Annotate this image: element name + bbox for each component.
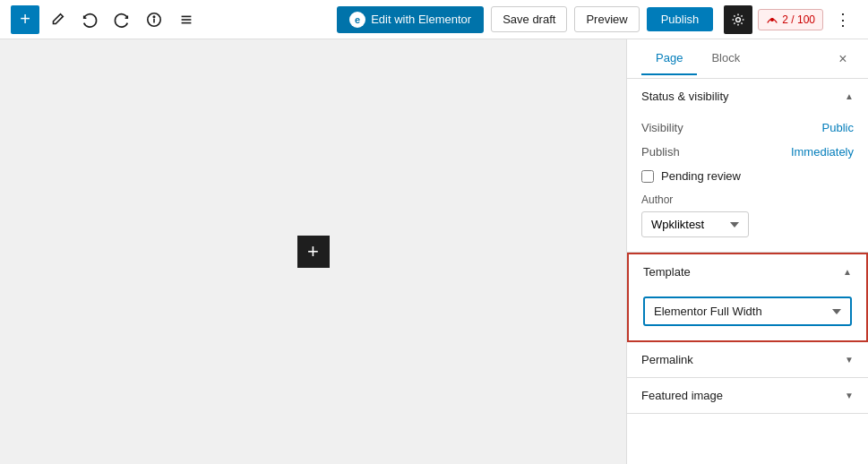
visibility-label: Visibility xyxy=(641,121,683,134)
status-visibility-body: Visibility Public Publish Immediately Pe… xyxy=(627,114,868,252)
tab-block[interactable]: Block xyxy=(697,42,754,75)
section-featured-image: Featured image ▼ xyxy=(627,378,868,414)
featured-image-chevron-down: ▼ xyxy=(845,391,854,400)
save-draft-button[interactable]: Save draft xyxy=(491,6,567,32)
author-label: Author xyxy=(641,193,854,206)
canvas: + xyxy=(0,39,626,464)
template-select-wrap: Default Elementor Canvas Elementor Full … xyxy=(629,289,866,340)
template-select[interactable]: Default Elementor Canvas Elementor Full … xyxy=(643,296,852,326)
sidebar-content: Status & visibility ▲ Visibility Public … xyxy=(627,79,868,464)
section-template: Template ▲ Default Elementor Canvas Elem… xyxy=(627,253,868,342)
more-options-button[interactable]: ⋮ xyxy=(829,5,857,34)
svg-point-6 xyxy=(736,17,741,21)
status-visibility-header[interactable]: Status & visibility ▲ xyxy=(627,79,868,114)
svg-point-7 xyxy=(771,18,774,21)
pencil-icon xyxy=(49,12,65,28)
svg-point-2 xyxy=(153,16,154,17)
publish-label: Publish xyxy=(641,145,680,159)
canvas-add-block-button[interactable]: + xyxy=(297,236,330,268)
readability-button[interactable]: 2 / 100 xyxy=(758,9,823,30)
template-title: Template xyxy=(643,265,691,279)
permalink-title: Permalink xyxy=(641,353,693,366)
featured-image-title: Featured image xyxy=(641,389,723,402)
preview-button[interactable]: Preview xyxy=(574,6,639,32)
publish-value[interactable]: Immediately xyxy=(791,145,854,159)
list-icon xyxy=(178,12,194,28)
edit-elementor-label: Edit with Elementor xyxy=(371,13,471,26)
publish-button[interactable]: Publish xyxy=(647,7,714,31)
elementor-icon: e xyxy=(349,12,365,28)
permalink-header[interactable]: Permalink ▼ xyxy=(627,342,868,377)
readability-score: 2 / 100 xyxy=(782,13,815,26)
info-button[interactable] xyxy=(140,5,168,34)
redo-icon xyxy=(114,12,130,28)
toolbar-right: 2 / 100 ⋮ xyxy=(724,5,857,34)
section-permalink: Permalink ▼ xyxy=(627,342,868,378)
edit-elementor-button[interactable]: e Edit with Elementor xyxy=(337,6,484,33)
author-field: Author Wpkliktest xyxy=(641,193,854,237)
toolbar: + xyxy=(0,0,868,39)
pending-review-row: Pending review xyxy=(641,169,854,183)
info-icon xyxy=(146,12,162,28)
sidebar-header: Page Block × xyxy=(627,39,868,79)
permalink-chevron-down: ▼ xyxy=(845,355,854,365)
section-status-visibility: Status & visibility ▲ Visibility Public … xyxy=(627,79,868,253)
sidebar-close-button[interactable]: × xyxy=(832,48,854,70)
toolbar-left: + xyxy=(11,5,333,34)
visibility-row: Visibility Public xyxy=(641,121,854,134)
sidebar: Page Block × Status & visibility ▲ Visib… xyxy=(626,39,868,464)
undo-icon xyxy=(82,12,98,28)
list-view-button[interactable] xyxy=(172,5,201,34)
template-header[interactable]: Template ▲ xyxy=(629,254,866,289)
featured-image-header[interactable]: Featured image ▼ xyxy=(627,378,868,413)
toolbar-center: e Edit with Elementor Save draft Preview… xyxy=(337,6,713,33)
author-select[interactable]: Wpkliktest xyxy=(641,211,749,237)
status-visibility-chevron-up: ▲ xyxy=(845,91,854,101)
pending-review-checkbox[interactable] xyxy=(641,170,654,183)
visibility-value[interactable]: Public xyxy=(822,121,854,134)
tab-page[interactable]: Page xyxy=(641,42,697,75)
gear-icon xyxy=(731,13,745,27)
status-visibility-title: Status & visibility xyxy=(641,90,729,103)
undo-button[interactable] xyxy=(75,5,104,34)
add-block-button[interactable]: + xyxy=(11,5,39,34)
pending-review-label[interactable]: Pending review xyxy=(661,169,741,183)
sidebar-tabs: Page Block xyxy=(641,42,754,75)
settings-button[interactable] xyxy=(724,5,752,34)
tools-button[interactable] xyxy=(43,5,72,34)
readability-icon xyxy=(766,13,778,26)
main-area: + Page Block × Status & visibility ▲ Vis… xyxy=(0,39,868,464)
redo-button[interactable] xyxy=(107,5,136,34)
template-chevron-up: ▲ xyxy=(843,267,852,277)
publish-row: Publish Immediately xyxy=(641,145,854,159)
